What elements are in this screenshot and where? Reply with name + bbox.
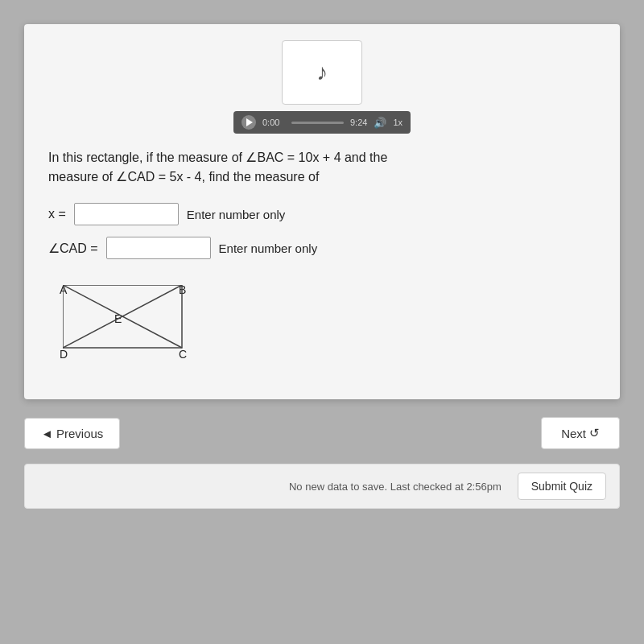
next-label: Next bbox=[561, 427, 586, 440]
time-current: 0:00 bbox=[262, 118, 285, 127]
play-button[interactable] bbox=[242, 115, 256, 130]
progress-bar[interactable] bbox=[291, 122, 344, 124]
cad-input[interactable] bbox=[106, 237, 211, 259]
status-message: No new data to save. Last checked at 2:5… bbox=[289, 481, 502, 493]
speed-label[interactable]: 1x bbox=[393, 118, 402, 127]
cad-hint: Enter number only bbox=[219, 242, 318, 255]
x-input[interactable] bbox=[74, 203, 179, 225]
x-answer-row: x = Enter number only bbox=[48, 203, 596, 225]
cad-answer-row: ∠CAD = Enter number only bbox=[48, 237, 596, 259]
music-icon: ♪ bbox=[316, 60, 328, 85]
audio-player: 0:00 9:24 🔊 1x bbox=[233, 111, 411, 134]
label-d: D bbox=[60, 348, 68, 361]
x-label: x = bbox=[48, 207, 66, 221]
time-total: 9:24 bbox=[350, 118, 367, 127]
diagram-svg bbox=[63, 285, 184, 349]
question-card: ♪ 0:00 9:24 🔊 1x In this rectangle, if t… bbox=[24, 24, 620, 399]
question-text: In this rectangle, if the measure of ∠BA… bbox=[48, 148, 596, 187]
status-bar: No new data to save. Last checked at 2:5… bbox=[24, 464, 620, 509]
volume-icon[interactable]: 🔊 bbox=[374, 117, 386, 129]
nav-bar: ◄ Previous Next ↺ bbox=[24, 409, 620, 457]
next-icon: ↺ bbox=[589, 426, 600, 440]
play-triangle-icon bbox=[246, 118, 253, 126]
label-c: C bbox=[179, 348, 187, 361]
audio-section: ♪ 0:00 9:24 🔊 1x bbox=[48, 40, 596, 134]
rectangle-diagram: A B C D E bbox=[48, 270, 225, 375]
previous-button[interactable]: ◄ Previous bbox=[24, 418, 120, 449]
next-button[interactable]: Next ↺ bbox=[541, 417, 620, 449]
x-hint: Enter number only bbox=[187, 208, 286, 221]
submit-quiz-button[interactable]: Submit Quiz bbox=[518, 473, 606, 500]
cad-label: ∠CAD = bbox=[48, 241, 98, 256]
audio-thumbnail: ♪ bbox=[282, 40, 362, 105]
